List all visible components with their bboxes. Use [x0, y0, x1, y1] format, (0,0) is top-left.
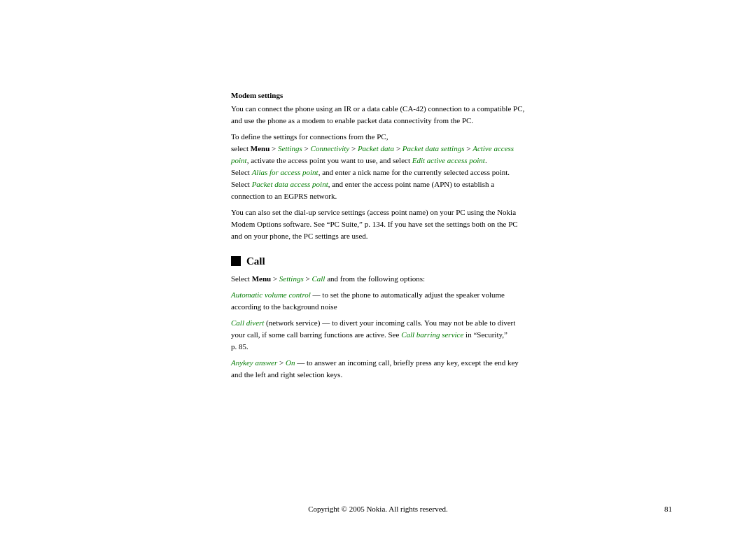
para2-gt2a: >: [302, 144, 311, 153]
auto-volume-link: Automatic volume control: [231, 290, 311, 299]
call-para1-call: Call: [312, 274, 325, 283]
call-para1-start: Select: [231, 274, 252, 283]
para2-edit: Edit active access point: [412, 156, 485, 164]
anykey-on: On: [286, 358, 295, 367]
para2-connectivity: Connectivity: [311, 144, 350, 153]
anykey-link: Anykey answer: [231, 358, 277, 367]
para2-menu: Menu: [251, 144, 270, 153]
call-paragraph1: Select Menu > Settings > Call and from t…: [231, 273, 525, 285]
call-section: Call Select Menu > Settings > Call and f…: [231, 255, 525, 381]
anykey-gt: >: [277, 358, 286, 367]
call-para1-settings: Settings: [279, 274, 304, 283]
call-para1-after-menu: >: [271, 274, 279, 283]
para2-settings: Settings: [278, 144, 302, 153]
modem-section: Modem settings You can connect the phone…: [231, 91, 525, 243]
para2-gt3: >: [464, 144, 472, 153]
page-number: 81: [664, 505, 672, 513]
call-title: Call: [246, 255, 265, 267]
call-para1-menu: Menu: [252, 274, 272, 283]
call-item3: Anykey answer > On — to answer an incomi…: [231, 357, 525, 381]
modem-paragraph2: To define the settings for connections f…: [231, 131, 525, 202]
para2-gt1: >: [349, 144, 358, 153]
page: Modem settings You can connect the phone…: [0, 0, 756, 534]
call-para1-end: and from the following options:: [325, 274, 425, 283]
modem-paragraph1: You can connect the phone using an IR or…: [231, 103, 525, 127]
call-divert-link: Call divert: [231, 318, 264, 327]
modem-heading: Modem settings: [231, 91, 525, 99]
para2-packet-data: Packet data: [358, 144, 394, 153]
para2-packet-access: Packet data access point: [252, 180, 328, 188]
para2-alias: Alias for access point: [252, 168, 318, 176]
call-heading-row: Call: [231, 255, 525, 267]
content-area: Modem settings You can connect the phone…: [231, 91, 525, 534]
call-section-icon: [231, 256, 241, 266]
modem-paragraph3: You can also set the dial-up service set…: [231, 206, 525, 242]
call-item2: Call divert (network service) — to diver…: [231, 317, 525, 353]
call-barring-link: Call barring service: [401, 330, 463, 339]
para2-mid: , activate the access point you want to …: [247, 156, 412, 164]
para2-gt1a: >: [270, 144, 278, 153]
call-item1: Automatic volume control — to set the ph…: [231, 289, 525, 313]
footer: Copyright © 2005 Nokia. All rights reser…: [0, 505, 756, 513]
para2-packet-data-settings: Packet data settings: [402, 144, 465, 153]
copyright-text: Copyright © 2005 Nokia. All rights reser…: [308, 505, 448, 513]
para2-gt2: >: [394, 144, 402, 153]
call-para1-gt: >: [304, 274, 312, 283]
